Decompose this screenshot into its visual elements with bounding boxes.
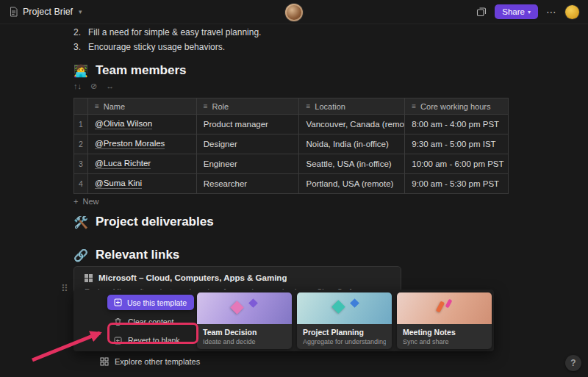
person-mention[interactable]: @Preston Morales xyxy=(95,139,165,149)
deliverables-emoji: 🛠️ xyxy=(74,215,89,229)
template-card-project-planning[interactable]: Project Planning Aggregate for understan… xyxy=(297,292,392,349)
explore-label: Explore other templates xyxy=(115,357,200,366)
template-context-menu: Use this template Clear content Revert t… xyxy=(107,295,200,347)
link-emoji: 🔗 xyxy=(74,248,89,262)
column-label: Role xyxy=(212,102,229,111)
template-title: Team Decision xyxy=(203,328,286,337)
duplicate-icon[interactable] xyxy=(476,7,487,17)
revert-to-blank-label: Revert to blank xyxy=(128,336,180,345)
text-property-icon: ≡ xyxy=(95,102,99,110)
template-card-team-decision[interactable]: Team Decision Ideate and decide xyxy=(197,292,292,349)
section-heading-links: 🔗 Relevant links xyxy=(74,248,179,262)
list-number: 3. xyxy=(74,42,81,52)
template-subtitle: Ideate and decide xyxy=(203,338,286,345)
section-title: Project deliverables xyxy=(96,215,214,229)
cell-name[interactable]: @Suma Kini xyxy=(88,174,197,194)
person-mention[interactable]: @Luca Richter xyxy=(95,159,151,169)
trash-icon xyxy=(114,317,122,326)
row-number[interactable]: 1 xyxy=(74,115,88,134)
cell-hours[interactable]: 8:00 am - 4:00 pm PST xyxy=(405,115,509,134)
cell-location[interactable]: Vancouver, Canada (remote) xyxy=(299,115,405,134)
drag-handle-icon[interactable]: ⠿ xyxy=(61,283,68,294)
cell-location[interactable]: Seattle, USA (in-office) xyxy=(299,154,405,174)
help-button[interactable]: ? xyxy=(565,355,581,371)
person-mention[interactable]: @Suma Kini xyxy=(95,179,142,189)
hide-icon[interactable]: ⊘ xyxy=(90,82,97,91)
person-mention[interactable]: @Olivia Wilson xyxy=(95,119,152,129)
template-thumbnail xyxy=(197,292,292,324)
share-button[interactable]: Share ▾ xyxy=(495,4,538,19)
table-header-row: ≡Name ≡Role ≡Location ≡Core working hour… xyxy=(74,98,509,115)
table-row: 2 @Preston Morales Designer Noida, India… xyxy=(74,134,509,154)
section-heading-deliverables: 🛠️ Project deliverables xyxy=(74,215,214,229)
table-row: 3 @Luca Richter Engineer Seattle, USA (i… xyxy=(74,154,509,174)
table-row: 4 @Suma Kini Researcher Portland, USA (r… xyxy=(74,174,509,194)
clear-content-label: Clear content xyxy=(128,317,173,326)
cell-location[interactable]: Noida, India (in-office) xyxy=(299,134,405,154)
use-this-template-button[interactable]: Use this template xyxy=(107,295,194,310)
row-number[interactable]: 3 xyxy=(74,154,88,174)
cell-name[interactable]: @Preston Morales xyxy=(88,134,197,154)
header-cell-role[interactable]: ≡Role xyxy=(197,98,300,115)
template-subtitle: Aggregate for understanding an... xyxy=(303,338,386,345)
section-title: Relevant links xyxy=(96,248,179,262)
list-item[interactable]: 2. Fill a need for simple & easy travel … xyxy=(74,27,261,37)
resize-icon[interactable]: ↔ xyxy=(106,82,114,91)
cell-role[interactable]: Product manager xyxy=(197,115,300,134)
section-title: Team members xyxy=(96,63,186,78)
notion-window: Project Brief ▾ Share ▾ ⋯ 2. Fill a need… xyxy=(0,0,588,377)
template-thumbnail xyxy=(297,292,392,324)
row-number[interactable]: 2 xyxy=(74,134,88,154)
explore-other-templates-button[interactable]: Explore other templates xyxy=(100,357,200,366)
help-label: ? xyxy=(570,358,576,368)
grid-icon xyxy=(100,357,109,366)
more-icon[interactable]: ⋯ xyxy=(546,6,557,18)
header-cell-location[interactable]: ≡Location xyxy=(299,98,405,115)
team-emoji: 👩‍💻 xyxy=(74,64,89,78)
add-new-row-button[interactable]: + New xyxy=(74,197,98,206)
cell-hours[interactable]: 9:00 am - 5:30 pm PST xyxy=(405,174,509,194)
clear-content-menu-item[interactable]: Clear content xyxy=(107,315,200,328)
revert-icon xyxy=(114,337,122,345)
cell-hours[interactable]: 9:30 am - 5:00 pm IST xyxy=(405,134,509,154)
cell-location[interactable]: Portland, USA (remote) xyxy=(299,174,405,194)
template-subtitle: Sync and share xyxy=(403,338,486,345)
microsoft-logo-icon xyxy=(85,274,93,282)
bookmark-title: Microsoft – Cloud, Computers, Apps & Gam… xyxy=(98,273,287,282)
revert-to-blank-menu-item[interactable]: Revert to blank xyxy=(107,334,200,347)
text-property-icon: ≡ xyxy=(306,102,310,110)
chevron-down-icon[interactable]: ▾ xyxy=(79,8,82,15)
cell-hours[interactable]: 10:00 am - 6:00 pm PST xyxy=(405,154,509,174)
user-avatar[interactable] xyxy=(565,5,579,19)
cell-name[interactable]: @Olivia Wilson xyxy=(88,115,197,134)
list-text: Fill a need for simple & easy travel pla… xyxy=(88,27,261,37)
page-icon xyxy=(9,7,18,17)
template-title: Meeting Notes xyxy=(403,328,486,337)
table-toolbar: ↑↓ ⊘ ↔ xyxy=(74,82,114,91)
cell-role[interactable]: Designer xyxy=(197,134,300,154)
row-number[interactable]: 4 xyxy=(74,174,88,194)
column-label: Name xyxy=(104,102,125,111)
page-title[interactable]: Project Brief xyxy=(23,7,73,17)
section-heading-team: 👩‍💻 Team members xyxy=(74,63,186,78)
column-label: Location xyxy=(315,102,345,111)
template-title: Project Planning xyxy=(303,328,386,337)
header-cell-name[interactable]: ≡Name xyxy=(88,98,197,115)
template-icon xyxy=(114,298,122,306)
share-label: Share xyxy=(502,7,525,16)
cell-role[interactable]: Researcher xyxy=(197,174,300,194)
use-template-label: Use this template xyxy=(127,298,187,307)
template-thumbnail xyxy=(397,292,492,324)
cell-name[interactable]: @Luca Richter xyxy=(88,154,197,174)
sort-icon[interactable]: ↑↓ xyxy=(74,82,82,91)
header-cell-index xyxy=(74,98,88,115)
header-cell-hours[interactable]: ≡Core working hours xyxy=(405,98,509,115)
topbar: Project Brief ▾ Share ▾ ⋯ xyxy=(0,0,588,24)
template-card-meeting-notes[interactable]: Meeting Notes Sync and share xyxy=(397,292,492,349)
text-property-icon: ≡ xyxy=(204,102,208,110)
workspace-avatar[interactable] xyxy=(285,4,303,21)
text-property-icon: ≡ xyxy=(412,102,416,110)
cell-role[interactable]: Engineer xyxy=(197,154,300,174)
list-item[interactable]: 3. Encourage sticky usage behaviors. xyxy=(74,42,225,52)
new-label: New xyxy=(82,197,98,206)
